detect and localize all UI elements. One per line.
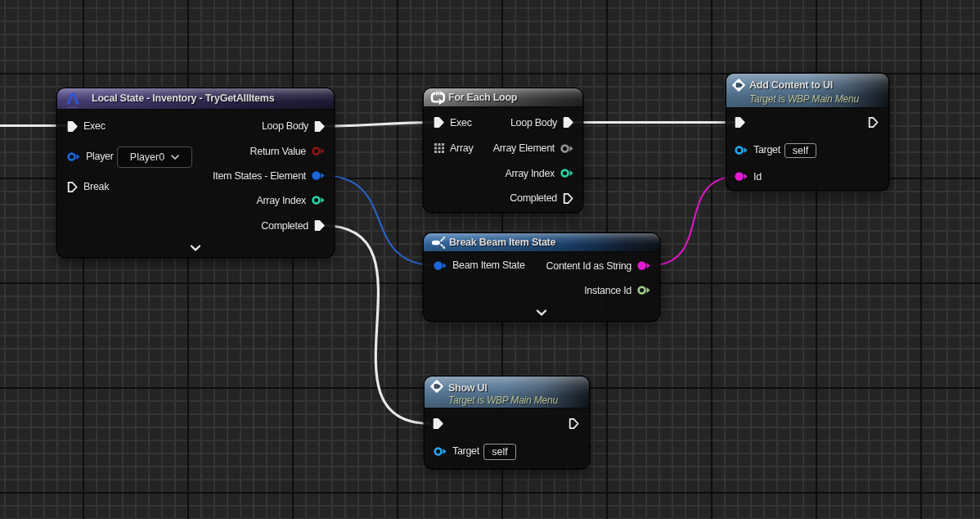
- target-self-textbox[interactable]: self: [784, 143, 816, 158]
- array-pin[interactable]: [434, 143, 444, 153]
- pin-row-item-states-element[interactable]: Item States - Element: [213, 169, 325, 183]
- pin-row-array-element[interactable]: Array Element: [493, 141, 573, 156]
- pin-row-instance-id[interactable]: Instance Id: [584, 283, 650, 298]
- collapse-chevron-icon[interactable]: [190, 245, 201, 251]
- blueprint-graph-canvas[interactable]: Local State - Inventory - TryGetAllItems…: [0, 0, 980, 519]
- pin-label: Loop Body: [262, 120, 308, 132]
- target-self-textbox[interactable]: self: [483, 444, 516, 460]
- pin-row-exec-out[interactable]: [868, 115, 879, 130]
- break-struct-icon: [431, 236, 447, 250]
- pin-row-target[interactable]: Target: [735, 142, 780, 157]
- struct-pin-connected[interactable]: [312, 170, 325, 181]
- function-icon: [732, 79, 745, 92]
- pin-row-target[interactable]: Target: [434, 444, 479, 458]
- pin-label: Array Element: [493, 142, 555, 154]
- wire-exec-loopbody-to-foreach[interactable]: [323, 123, 436, 127]
- struct-pin-connected[interactable]: [434, 260, 447, 271]
- pin-row-exec-in[interactable]: Exec: [434, 115, 472, 130]
- pin-row-loop-body[interactable]: Loop Body: [262, 119, 325, 133]
- pin-row-id[interactable]: Id: [735, 169, 762, 184]
- pin-label: Content Id as String: [546, 260, 632, 272]
- pin-row-beam-item-state[interactable]: Beam Item State: [434, 258, 525, 273]
- pin-row-completed[interactable]: Completed: [510, 191, 573, 205]
- object-pin-disconnected[interactable]: [735, 145, 748, 156]
- pin-row-loop-body[interactable]: Loop Body: [510, 115, 573, 130]
- pin-label: Array Index: [256, 195, 306, 206]
- exec-pin-connected[interactable]: [314, 120, 325, 133]
- loop-icon: [430, 91, 446, 107]
- chevron-down-icon: [171, 155, 179, 160]
- pin-label: Target: [452, 445, 479, 457]
- node-add-content-to-ui[interactable]: Add Content to UI Target is WBP Main Men…: [726, 74, 888, 190]
- pin-row-array-index[interactable]: Array Index: [256, 193, 325, 208]
- exec-pin-connected[interactable]: [314, 219, 325, 232]
- pin-row-player[interactable]: Player: [67, 149, 114, 164]
- string-pin-connected[interactable]: [735, 171, 748, 182]
- pin-row-completed[interactable]: Completed: [261, 219, 325, 233]
- bool-pin-disconnected[interactable]: [312, 146, 325, 156]
- target-self-value: self: [793, 145, 808, 156]
- exec-pin-connected[interactable]: [67, 120, 78, 133]
- object-pin-disconnected[interactable]: [67, 151, 80, 162]
- node-title: Add Content to UI: [749, 79, 833, 91]
- exec-pin-connected[interactable]: [433, 417, 443, 430]
- pin-label: Completed: [261, 220, 308, 232]
- wildcard-pin-disconnected[interactable]: [560, 143, 573, 154]
- pin-row-exec-in[interactable]: [433, 417, 443, 431]
- exec-pin-disconnected[interactable]: [67, 181, 78, 193]
- string-pin-connected[interactable]: [637, 260, 650, 271]
- node-subtitle: Target is WBP Main Menu: [749, 93, 859, 105]
- node-title: Local State - Inventory - TryGetAllItems: [92, 93, 274, 104]
- exec-pin-connected[interactable]: [735, 116, 745, 129]
- pin-label: Exec: [83, 120, 106, 132]
- beamable-logo-icon: [66, 92, 79, 110]
- player-dropdown[interactable]: Player0: [117, 147, 192, 168]
- pin-row-array[interactable]: Array: [434, 141, 473, 156]
- pin-label: Exec: [450, 117, 472, 129]
- node-break-beam-item-state[interactable]: Break Beam Item State Beam Item State Co…: [424, 233, 659, 321]
- pin-label: Loop Body: [510, 117, 557, 129]
- node-title: Show UI: [448, 382, 488, 394]
- int-pin-disconnected[interactable]: [560, 168, 573, 178]
- exec-pin-connected[interactable]: [434, 116, 444, 129]
- pin-label: Array Index: [505, 168, 555, 179]
- exec-pin-disconnected[interactable]: [868, 116, 879, 129]
- exec-pin-disconnected[interactable]: [563, 192, 573, 205]
- pin-label: Player: [86, 151, 114, 162]
- int-pin-disconnected[interactable]: [312, 195, 325, 205]
- node-show-ui[interactable]: Show UI Target is WBP Main Menu Target s…: [425, 377, 589, 468]
- function-icon: [430, 380, 443, 393]
- pin-label: Array: [450, 142, 473, 154]
- collapse-chevron-icon[interactable]: [536, 309, 547, 316]
- pin-label: Beam Item State: [452, 260, 525, 271]
- pin-label: Target: [753, 144, 780, 156]
- pin-row-exec-in[interactable]: Exec: [67, 119, 106, 133]
- pin-row-exec-in[interactable]: [735, 115, 745, 130]
- pin-label: Return Value: [250, 146, 306, 157]
- pin-label: Item States - Element: [213, 170, 306, 182]
- pin-row-return-value[interactable]: Return Value: [250, 144, 325, 159]
- object-pin-disconnected[interactable]: [434, 446, 447, 457]
- node-title: Break Beam Item State: [449, 237, 555, 248]
- pin-row-array-index[interactable]: Array Index: [505, 166, 573, 181]
- wire-exec-completed-to-showui[interactable]: [323, 226, 430, 424]
- pin-label: Break: [83, 181, 109, 192]
- node-for-each-loop[interactable]: For Each Loop Exec Array Loop Body Array…: [424, 88, 582, 212]
- pin-row-exec-out[interactable]: [569, 417, 579, 431]
- player-dropdown-value: Player0: [130, 151, 164, 163]
- pin-row-break[interactable]: Break: [67, 179, 109, 194]
- exec-pin-disconnected[interactable]: [569, 417, 579, 430]
- node-subtitle: Target is WBP Main Menu: [448, 395, 558, 406]
- pin-label: Instance Id: [584, 285, 632, 296]
- pin-label: Completed: [510, 192, 557, 204]
- target-self-value: self: [492, 446, 507, 458]
- node-title: For Each Loop: [448, 92, 517, 103]
- exec-pin-connected[interactable]: [563, 116, 573, 129]
- int64-pin-disconnected[interactable]: [637, 285, 650, 296]
- wire-struct-element-to-break[interactable]: [322, 176, 436, 266]
- pin-label: Id: [753, 171, 762, 183]
- wire-string-contentid-to-id[interactable]: [650, 177, 738, 266]
- node-local-state-inventory-trygetallitems[interactable]: Local State - Inventory - TryGetAllItems…: [57, 88, 334, 257]
- pin-row-content-id-as-string[interactable]: Content Id as String: [546, 259, 650, 273]
